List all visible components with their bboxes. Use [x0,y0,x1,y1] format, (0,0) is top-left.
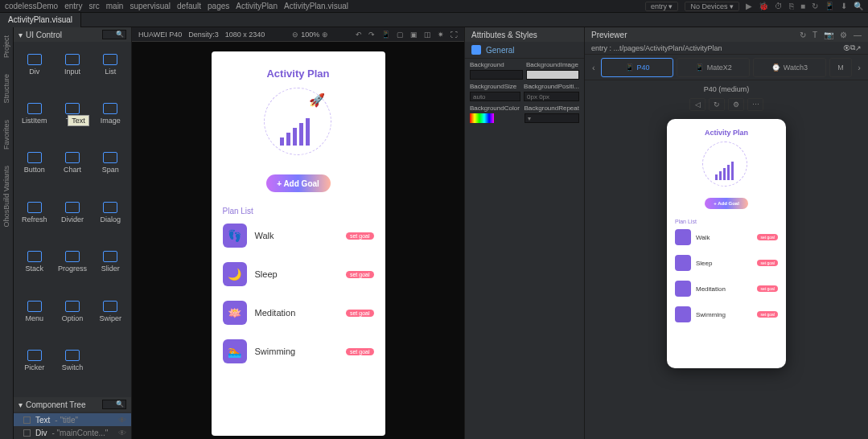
locate-icon[interactable]: ⦿ [843,44,850,52]
ui-control-div[interactable]: Div [15,48,53,80]
backgroundrepeat-input[interactable]: ▾ [525,113,580,123]
plan-list-item[interactable]: 🪷Meditationset goal [223,301,374,325]
visibility-icon[interactable]: 👁 [118,416,126,425]
toolwindow-tab-project[interactable]: Project [2,35,10,58]
plan-item-badge[interactable]: set goal [346,271,374,278]
ui-control-picker[interactable]: Picker [15,345,53,377]
plan-item-badge[interactable]: set goal [346,310,374,317]
ui-control-chart[interactable]: Chart [53,147,91,179]
ui-control-swiper[interactable]: Swiper [92,295,130,327]
ui-control-list[interactable]: List [92,48,130,80]
plan-item-badge[interactable]: set goal [346,348,374,355]
ui-control-progress[interactable]: Progress [53,246,91,278]
zoom-out-icon[interactable]: ⊖ [292,31,298,39]
ui-control-dialog[interactable]: Dialog [92,196,130,228]
screenshot-icon[interactable]: 📷 [824,31,833,39]
settings-icon[interactable]: ⚙ [840,31,847,39]
plan-list-item[interactable]: 🏊Swimmingset goal [223,339,374,363]
run-icon[interactable]: ▶ [746,2,752,10]
breadcrumb[interactable]: src [88,2,99,10]
minimize-icon[interactable]: ― [854,31,862,39]
design-canvas[interactable]: Activity Plan 🚀 + Add Goal Plan List 👣Wa… [132,42,464,439]
breadcrumb[interactable]: default [177,2,201,10]
debug-icon[interactable]: 🐞 [759,2,768,10]
module-dropdown[interactable]: entry ▾ [645,2,679,11]
plan-list-item[interactable]: 🌙Sleepset goal [223,262,374,286]
ui-control-divider[interactable]: Divider [53,196,91,228]
sync-icon[interactable]: ↻ [812,2,818,10]
control-label: Chart [64,166,81,174]
plan-item-badge[interactable]: set goal [346,232,374,240]
ui-control-refresh[interactable]: Refresh [15,196,53,228]
toolwindow-tab-build[interactable]: OhosBuild Variants [2,166,10,227]
toolwindow-tab-favorites[interactable]: Favorites [2,120,10,150]
rotate-icon[interactable]: ↻ [709,98,725,111]
breadcrumb[interactable]: ActivityPlan [236,2,278,10]
open-icon[interactable]: ↗ [855,44,862,52]
breadcrumb[interactable]: supervisual [130,2,171,10]
stop-icon[interactable]: ■ [800,2,805,10]
backgroundimage-input[interactable] [526,70,579,80]
gear-icon[interactable]: ⚙ [728,98,744,111]
add-goal-button[interactable]: + Add Goal [266,174,331,192]
ui-control-stack[interactable]: Stack [15,246,53,278]
tree-row[interactable]: Div- "mainConte..."👁 [14,426,131,439]
breadcrumb[interactable]: pages [208,2,229,10]
backgroundsize-input[interactable]: auto [470,92,520,101]
redo-icon[interactable]: ↷ [368,31,375,39]
backgroundcolor-input[interactable] [470,113,494,123]
toolwindow-tab-structure[interactable]: Structure [2,74,10,104]
device-next-icon[interactable]: › [855,63,863,72]
device-tab-watch3[interactable]: ⌚Watch3 [753,58,826,77]
refresh-icon[interactable]: ↻ [800,31,806,39]
ui-control-image[interactable]: Image [92,97,130,129]
plan-list-item[interactable]: 👣Walkset goal [223,224,374,248]
expand-icon[interactable]: ⛶ [450,31,458,39]
search-icon[interactable]: 🔍 [854,2,863,10]
device-tab-p40[interactable]: 📱P40 [601,58,674,77]
text-icon[interactable]: T [812,31,817,39]
profile-icon[interactable]: ⏱ [775,2,783,10]
ui-control-switch[interactable]: Switch [53,345,91,377]
breadcrumb[interactable]: ActivityPlan.visual [284,2,348,10]
layout2-icon[interactable]: ▣ [410,31,418,39]
ui-control-input[interactable]: Input [53,48,91,80]
undo-icon[interactable]: ↶ [356,31,362,39]
zoom-in-icon[interactable]: ⊕ [322,31,328,39]
ui-control-span[interactable]: Span [92,147,130,179]
layout3-icon[interactable]: ◫ [424,31,431,39]
breadcrumb[interactable]: entry [64,2,82,10]
ui-control-text[interactable]: TextText [53,97,91,129]
tree-row[interactable]: Text- "title"👁 [14,413,131,426]
layout-icon[interactable]: ▢ [397,31,404,39]
device-name[interactable]: HUAWEI P40 [138,31,182,39]
devices-dropdown[interactable]: No Devices ▾ [685,2,739,11]
ui-control-slider[interactable]: Slider [92,246,130,278]
visibility-icon[interactable]: 👁 [118,429,126,437]
breadcrumb[interactable]: main [106,2,124,10]
background-input[interactable] [470,70,523,80]
ui-control-menu[interactable]: Menu [15,295,53,327]
ui-control-option[interactable]: Option [53,295,91,327]
chevron-down-icon[interactable]: ▾ [19,400,23,409]
component-tree-search[interactable]: 🔍 [102,400,126,409]
backgroundposition-input[interactable]: 0px 0px [524,92,579,101]
breadcrumb[interactable]: codelessDemo [5,2,58,10]
device-tab-more[interactable]: M [829,58,853,77]
settings-icon[interactable]: ✷ [438,31,444,39]
sdk-icon[interactable]: ⬇ [841,2,847,10]
hero-illustration: 🚀 [262,86,335,158]
device-tab-matex2[interactable]: 📱MateX2 [677,58,750,77]
play-icon[interactable]: ◁ [689,98,706,111]
editor-tab[interactable]: ActivityPlan.visual [0,13,81,27]
more-icon[interactable]: ⋯ [747,98,763,111]
general-section[interactable]: General [465,42,584,59]
ui-control-listitem[interactable]: ListItem [15,97,53,129]
avd-icon[interactable]: 📱 [825,2,834,10]
attach-icon[interactable]: ⎘ [789,2,794,10]
device-prev-icon[interactable]: ‹ [590,63,598,72]
ui-control-button[interactable]: Button [15,147,53,179]
chevron-down-icon[interactable]: ▾ [19,31,23,39]
ui-control-search[interactable]: 🔍 [102,30,126,39]
rotate-icon[interactable]: 📱 [381,31,390,39]
